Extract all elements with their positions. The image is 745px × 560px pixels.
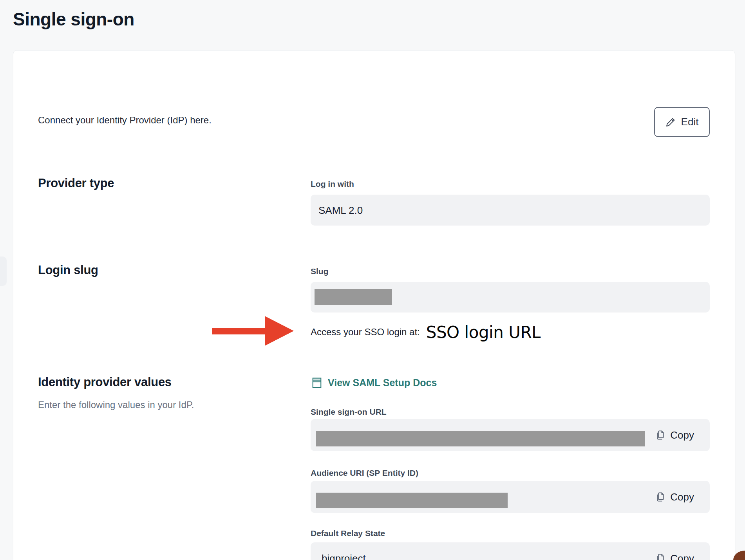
- provider-type-field: SAML 2.0: [311, 195, 710, 226]
- document-icon: [312, 378, 322, 388]
- copy-pages-icon: [656, 553, 665, 560]
- audience-uri-field: Copy: [311, 481, 710, 513]
- sso-url-field: Copy: [311, 419, 710, 451]
- provider-type-heading: Provider type: [38, 176, 114, 190]
- audience-uri-label: Audience URI (SP Entity ID): [311, 468, 418, 478]
- sso-login-url-annotation: SSO login URL: [426, 323, 541, 342]
- red-arrow-icon: [212, 316, 295, 346]
- access-login-row: Access your SSO login at: SSO login URL: [311, 321, 541, 343]
- access-login-text: Access your SSO login at:: [311, 327, 420, 338]
- sso-url-label: Single sign-on URL: [311, 407, 387, 417]
- sso-settings-page: Single sign-on Connect your Identity Pro…: [0, 0, 745, 560]
- copy-pages-icon: [656, 430, 665, 441]
- relay-state-field: bigproject Copy: [311, 542, 710, 560]
- edit-button-label: Edit: [681, 116, 699, 128]
- relay-state-value: bigproject: [322, 553, 366, 560]
- edit-button[interactable]: Edit: [654, 107, 710, 137]
- copy-relay-state-button[interactable]: Copy: [656, 553, 694, 560]
- copy-button-label: Copy: [670, 429, 694, 441]
- idp-values-heading: Identity provider values: [38, 375, 172, 389]
- saml-docs-link-label: View SAML Setup Docs: [328, 377, 437, 388]
- copy-audience-uri-button[interactable]: Copy: [656, 491, 694, 503]
- login-slug-heading: Login slug: [38, 263, 98, 277]
- copy-pages-icon: [656, 492, 665, 502]
- saml-docs-link[interactable]: View SAML Setup Docs: [312, 377, 437, 388]
- copy-button-label: Copy: [670, 491, 694, 503]
- pencil-icon: [665, 117, 676, 127]
- relay-state-label: Default Relay State: [311, 529, 385, 538]
- provider-type-value: SAML 2.0: [318, 204, 363, 216]
- idp-values-subheading: Enter the following values in your IdP.: [38, 399, 194, 410]
- left-edge-handle[interactable]: [0, 257, 7, 286]
- page-title: Single sign-on: [13, 9, 134, 30]
- slug-redacted-value: [315, 289, 392, 305]
- copy-sso-url-button[interactable]: Copy: [656, 429, 694, 441]
- slug-field: [311, 282, 710, 313]
- audience-uri-redacted-value: [316, 493, 508, 508]
- intro-text: Connect your Identity Provider (IdP) her…: [38, 115, 212, 126]
- sso-url-redacted-value: [316, 431, 645, 446]
- copy-button-label: Copy: [670, 553, 694, 560]
- login-with-label: Log in with: [311, 179, 354, 189]
- slug-label: Slug: [311, 267, 329, 276]
